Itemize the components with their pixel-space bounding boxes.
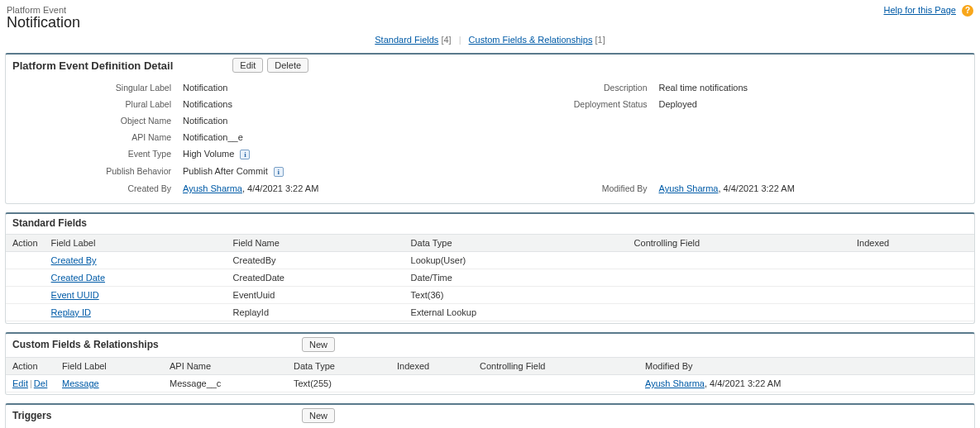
label-deploy-status: Deployment Status (499, 96, 656, 112)
value-created-by: Ayush Sharma, 4/4/2021 3:22 AM (179, 180, 499, 197)
delete-button[interactable]: Delete (267, 58, 308, 73)
standard-fields-title: Standard Fields (12, 217, 87, 229)
anchor-separator: | (459, 35, 461, 45)
col-controlling-field: Controlling Field (473, 358, 638, 375)
field-indexed (850, 252, 974, 269)
value-modified-by: Ayush Sharma, 4/4/2021 3:22 AM (656, 180, 975, 197)
value-plural: Notifications (179, 96, 499, 112)
table-header-row: Action Field Label Field Name Data Type … (6, 235, 974, 252)
field-name: CreatedDate (227, 269, 404, 287)
edit-button[interactable]: Edit (232, 58, 263, 73)
new-trigger-button[interactable]: New (302, 408, 335, 423)
field-indexed (850, 287, 974, 304)
field-type: Text(36) (404, 287, 628, 304)
field-type: Date/Time (404, 269, 628, 287)
value-singular: Notification (179, 79, 499, 96)
custom-fields-table: Action Field Label API Name Data Type In… (6, 357, 974, 392)
field-name: CreatedBy (227, 252, 404, 269)
field-type: Text(255) (287, 375, 390, 392)
field-name: EventUuid (227, 287, 404, 304)
help-for-page-link[interactable]: Help for this Page ? (884, 5, 974, 17)
field-indexed (850, 269, 974, 287)
info-icon[interactable]: i (274, 167, 284, 177)
page-header: Platform Event Notification Help for thi… (0, 0, 980, 33)
value-description: Real time notifications (656, 79, 975, 96)
custom-fields-block: Custom Fields & Relationships New Action… (5, 332, 975, 395)
info-icon[interactable]: i (240, 150, 250, 159)
standard-fields-table: Action Field Label Field Name Data Type … (6, 234, 974, 321)
field-label-link[interactable]: Replay ID (51, 307, 91, 317)
table-row: Replay IDReplayIdExternal Lookup (6, 304, 974, 321)
label-created-by: Created By (6, 180, 179, 197)
field-type: External Lookup (404, 304, 628, 321)
table-row: Created ByCreatedByLookup(User) (6, 252, 974, 269)
col-field-label: Field Label (45, 235, 227, 252)
table-row: Event UUIDEventUuidText(36) (6, 287, 974, 304)
label-modified-by: Modified By (499, 180, 656, 197)
anchor-cust-count: [1] (595, 35, 605, 45)
field-label-link[interactable]: Created By (51, 255, 97, 265)
definition-detail-block: Platform Event Definition Detail Edit De… (5, 53, 975, 204)
col-indexed: Indexed (390, 358, 473, 375)
field-indexed (850, 304, 974, 321)
field-ctrl (628, 269, 850, 287)
field-label-link[interactable]: Created Date (51, 273, 105, 283)
triggers-title: Triggers (12, 410, 302, 421)
field-name: ReplayId (227, 304, 404, 321)
help-link-text: Help for this Page (884, 5, 956, 15)
page-title: Notification (7, 14, 973, 31)
field-label-link[interactable]: Message (62, 378, 99, 388)
field-ctrl (473, 375, 638, 392)
label-publish-behavior: Publish Behavior (6, 163, 179, 180)
anchor-custom-fields[interactable]: Custom Fields & Relationships (469, 35, 593, 45)
field-label-link[interactable]: Event UUID (51, 290, 99, 300)
modified-by-user-link[interactable]: Ayush Sharma (645, 378, 705, 388)
col-field-label: Field Label (55, 358, 163, 375)
field-ctrl (628, 287, 850, 304)
col-data-type: Data Type (404, 235, 628, 252)
label-api-name: API Name (6, 129, 179, 145)
modified-by-timestamp: , 4/4/2021 3:22 AM (718, 183, 794, 193)
triggers-block: Triggers New No triggers defined (5, 403, 975, 428)
col-action: Action (6, 358, 55, 375)
help-icon: ? (962, 5, 973, 17)
col-api-name: API Name (163, 358, 287, 375)
definition-detail-grid: Singular Label Notification Description … (6, 76, 974, 203)
field-modified-by: Ayush Sharma, 4/4/2021 3:22 AM (638, 375, 974, 392)
value-publish-behavior: Publish After Commit i (179, 163, 499, 180)
value-deploy-status: Deployed (656, 96, 975, 112)
modified-by-user-link[interactable]: Ayush Sharma (659, 183, 719, 193)
standard-fields-block: Standard Fields Action Field Label Field… (5, 212, 975, 324)
field-indexed (390, 375, 473, 392)
col-field-name: Field Name (227, 235, 404, 252)
label-event-type: Event Type (6, 145, 179, 163)
anchor-std-count: [4] (441, 35, 451, 45)
col-action: Action (6, 235, 45, 252)
custom-fields-title: Custom Fields & Relationships (12, 339, 302, 350)
value-event-type: High Volume i (179, 145, 499, 163)
anchor-standard-fields[interactable]: Standard Fields (375, 35, 438, 45)
label-singular: Singular Label (6, 79, 179, 96)
new-custom-field-button[interactable]: New (302, 337, 335, 352)
table-header-row: Action Field Label API Name Data Type In… (6, 358, 974, 375)
col-controlling-field: Controlling Field (628, 235, 850, 252)
field-api-name: Message__c (163, 375, 287, 392)
col-indexed: Indexed (850, 235, 974, 252)
field-ctrl (628, 304, 850, 321)
value-object-name: Notification (179, 112, 499, 129)
label-description: Description (499, 79, 656, 96)
table-row: Edit|DelMessageMessage__cText(255)Ayush … (6, 375, 974, 392)
row-del-link[interactable]: Del (34, 378, 48, 388)
col-data-type: Data Type (287, 358, 390, 375)
definition-detail-title: Platform Event Definition Detail (12, 59, 173, 72)
table-row: Created DateCreatedDateDate/Time (6, 269, 974, 287)
field-ctrl (628, 252, 850, 269)
created-by-timestamp: , 4/4/2021 3:22 AM (242, 183, 318, 193)
col-modified-by: Modified By (638, 358, 974, 375)
section-anchor-links: Standard Fields [4] | Custom Fields & Re… (0, 33, 980, 53)
label-object-name: Object Name (6, 112, 179, 129)
label-plural: Plural Label (6, 96, 179, 112)
row-edit-link[interactable]: Edit (12, 378, 28, 388)
created-by-user-link[interactable]: Ayush Sharma (183, 183, 242, 193)
value-api-name: Notification__e (179, 129, 499, 145)
